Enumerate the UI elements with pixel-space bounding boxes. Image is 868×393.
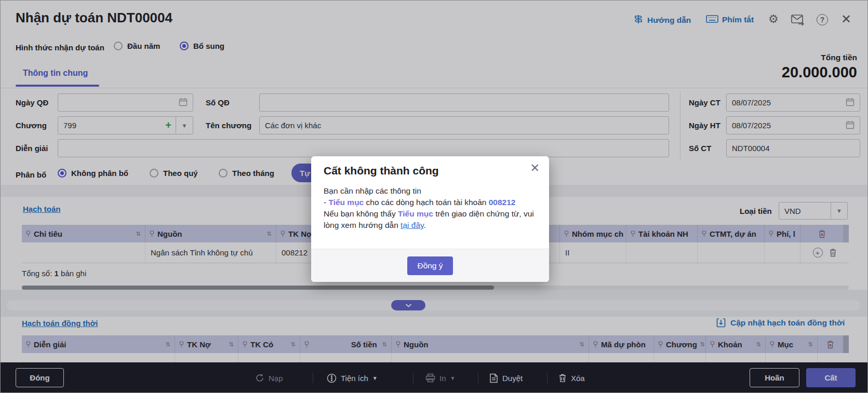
window: Nhận dự toán NDT00004 Hướng dẫn Phím tắt… <box>0 0 868 393</box>
here-link[interactable]: tại đây <box>400 221 424 229</box>
message-line-1: Bạn cần nhập các thông tin <box>324 185 538 197</box>
dialog-message: Bạn cần nhập các thông tin - Tiểu mục ch… <box>324 185 538 231</box>
tieu-muc-link[interactable]: Tiểu mục <box>328 198 364 207</box>
ok-button[interactable]: Đồng ý <box>407 256 453 275</box>
dialog-close-icon[interactable]: ✕ <box>530 161 540 175</box>
account-link[interactable]: 008212 <box>489 198 516 207</box>
dialog-title: Cất không thành công <box>324 165 439 177</box>
dialog-footer: Đồng ý <box>311 249 549 282</box>
save-failed-dialog: Cất không thành công ✕ Bạn cần nhập các … <box>311 156 549 282</box>
message-line-3: Nếu bạn không thấy Tiểu mục trên giao di… <box>324 208 538 231</box>
message-line-2: - Tiểu mục cho các dòng hạch toán tài kh… <box>324 197 538 208</box>
tieu-muc-link[interactable]: Tiểu mục <box>398 209 433 218</box>
